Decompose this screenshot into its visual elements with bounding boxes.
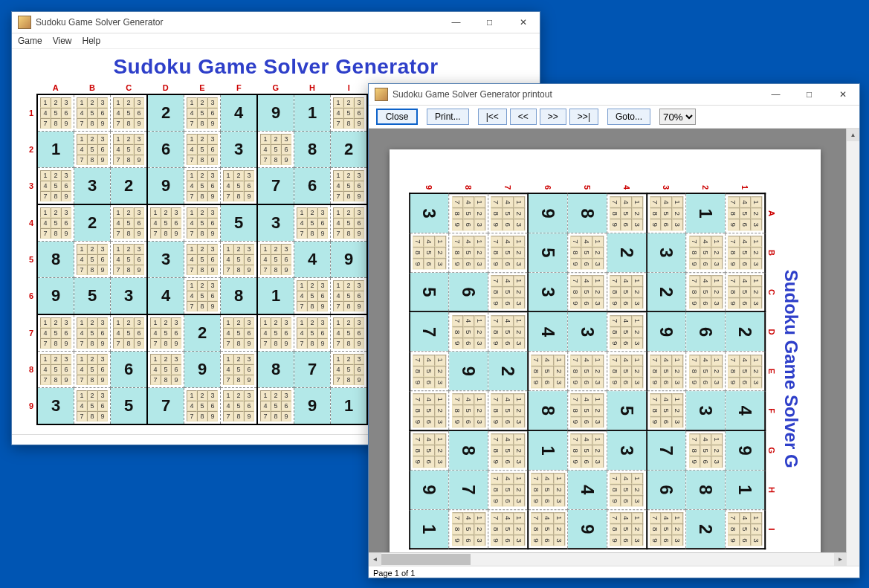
candidate-digit[interactable]: 4 (621, 275, 632, 286)
print-button[interactable]: Print... (427, 109, 469, 125)
candidate-digit[interactable]: 6 (61, 108, 71, 118)
vertical-scrollbar[interactable]: ▲ ▼ (846, 129, 859, 566)
candidate-digit[interactable]: 4 (297, 328, 307, 338)
sudoku-cell[interactable]: 123456789 (726, 193, 765, 233)
sudoku-cell[interactable]: 4 (147, 278, 184, 315)
candidate-digit[interactable]: 5 (503, 207, 514, 219)
candidate-digit[interactable]: 4 (581, 393, 592, 404)
candidate-digit[interactable]: 1 (150, 207, 161, 218)
candidate-digit[interactable]: 7 (223, 411, 233, 421)
candidate-digit[interactable]: 6 (244, 328, 254, 338)
sudoku-cell[interactable]: 8 (528, 391, 567, 430)
candidate-digit[interactable]: 1 (333, 97, 343, 108)
candidate-digit[interactable]: 5 (87, 144, 97, 155)
candidate-digit[interactable]: 4 (661, 512, 672, 523)
sudoku-cell[interactable]: 123456789 (647, 391, 686, 430)
candidate-digit[interactable]: 6 (354, 291, 364, 301)
candidate-digit[interactable]: 6 (581, 297, 592, 308)
candidate-digit[interactable]: 8 (271, 411, 281, 421)
candidate-digit[interactable]: 1 (593, 355, 604, 366)
candidate-digit[interactable]: 4 (424, 393, 435, 404)
candidate-digit[interactable]: 6 (424, 416, 435, 427)
candidate-digit[interactable]: 7 (729, 236, 740, 247)
candidate-digit[interactable]: 3 (244, 354, 254, 364)
sudoku-cell[interactable]: 123456789 (528, 352, 567, 391)
candidate-digit[interactable]: 4 (621, 512, 632, 523)
candidate-digit[interactable]: 6 (61, 328, 71, 338)
candidate-digit[interactable]: 7 (491, 473, 503, 484)
candidate-digit[interactable]: 8 (491, 247, 503, 258)
candidate-digit[interactable]: 6 (621, 377, 632, 388)
candidate-digit[interactable]: 6 (354, 218, 364, 228)
candidate-digit[interactable]: 3 (514, 219, 525, 230)
candidate-digit[interactable]: 8 (343, 375, 354, 385)
candidate-digit[interactable]: 2 (123, 207, 134, 218)
candidate-digit[interactable]: 4 (503, 512, 514, 523)
candidate-digit[interactable]: 9 (207, 411, 218, 421)
sudoku-cell[interactable]: 123456789 (568, 233, 607, 272)
candidate-digit[interactable]: 6 (503, 416, 514, 427)
sudoku-cell[interactable]: 123456789 (568, 352, 607, 391)
candidate-digit[interactable]: 6 (354, 364, 364, 375)
candidate-digit[interactable]: 5 (463, 404, 474, 416)
candidate-digit[interactable]: 1 (260, 390, 271, 401)
candidate-digit[interactable]: 3 (281, 244, 291, 254)
candidate-digit[interactable]: 1 (593, 433, 604, 445)
candidate-digit[interactable]: 2 (87, 97, 97, 108)
candidate-digit[interactable]: 2 (554, 523, 565, 534)
sudoku-cell[interactable]: 123456789 (74, 352, 111, 388)
candidate-digit[interactable]: 8 (531, 523, 542, 534)
candidate-digit[interactable]: 7 (187, 191, 197, 201)
candidate-digit[interactable]: 9 (134, 265, 144, 275)
candidate-digit[interactable]: 6 (661, 377, 672, 388)
sudoku-cell[interactable]: 123456789 (74, 242, 111, 278)
candidate-digit[interactable]: 2 (343, 170, 354, 181)
candidate-digit[interactable]: 8 (161, 228, 171, 239)
candidate-digit[interactable]: 5 (621, 286, 632, 297)
candidate-digit[interactable]: 9 (570, 377, 581, 388)
candidate-digit[interactable]: 7 (187, 411, 197, 421)
sudoku-cell[interactable]: 123456789 (37, 352, 74, 388)
candidate-digit[interactable]: 8 (123, 265, 134, 275)
candidate-digit[interactable]: 4 (463, 393, 474, 404)
candidate-digit[interactable]: 7 (689, 433, 700, 445)
candidate-digit[interactable]: 3 (514, 258, 525, 269)
candidate-digit[interactable]: 8 (491, 207, 503, 219)
candidate-digit[interactable]: 4 (113, 108, 123, 118)
candidate-digit[interactable]: 6 (207, 218, 218, 228)
candidate-digit[interactable]: 3 (751, 534, 762, 546)
sudoku-cell[interactable]: 123456789 (74, 388, 111, 425)
candidate-digit[interactable]: 1 (77, 134, 87, 144)
candidate-digit[interactable]: 9 (134, 155, 144, 165)
candidate-digit[interactable]: 1 (632, 473, 643, 484)
candidate-digit[interactable]: 5 (343, 218, 354, 228)
candidate-digit[interactable]: 5 (621, 366, 632, 377)
sudoku-cell[interactable]: 123456789 (331, 204, 368, 242)
candidate-digit[interactable]: 4 (113, 254, 123, 265)
sudoku-cell[interactable]: 123456789 (184, 242, 221, 278)
candidate-digit[interactable]: 9 (97, 265, 108, 275)
candidate-digit[interactable]: 4 (187, 108, 197, 118)
candidate-digit[interactable]: 5 (123, 254, 134, 265)
sudoku-cell[interactable]: 3 (568, 311, 607, 351)
candidate-digit[interactable]: 1 (113, 134, 123, 144)
candidate-digit[interactable]: 7 (452, 236, 463, 247)
sudoku-cell[interactable]: 7 (449, 470, 488, 509)
candidate-digit[interactable]: 3 (61, 317, 71, 328)
candidate-digit[interactable]: 1 (40, 317, 51, 328)
candidate-digit[interactable]: 1 (40, 354, 51, 364)
sudoku-cell[interactable]: 123456789 (74, 132, 111, 168)
candidate-digit[interactable]: 2 (197, 97, 207, 108)
sudoku-cell[interactable]: 123456789 (257, 388, 294, 425)
candidate-digit[interactable]: 7 (689, 355, 700, 366)
candidate-digit[interactable]: 9 (452, 219, 463, 230)
candidate-digit[interactable]: 9 (207, 228, 218, 239)
sudoku-cell[interactable]: 7 (257, 168, 294, 205)
sudoku-cell[interactable]: 123456789 (37, 94, 74, 132)
candidate-digit[interactable]: 6 (97, 144, 108, 155)
candidate-digit[interactable]: 8 (233, 411, 244, 421)
candidate-digit[interactable]: 8 (307, 338, 317, 349)
candidate-digit[interactable]: 3 (632, 337, 643, 349)
candidate-digit[interactable]: 7 (297, 301, 307, 311)
candidate-digit[interactable]: 4 (463, 315, 474, 326)
